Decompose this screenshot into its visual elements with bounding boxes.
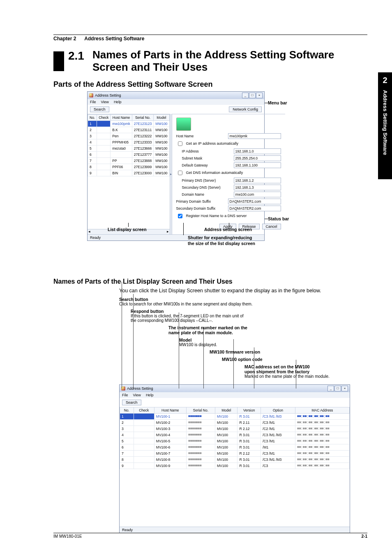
search-button-2[interactable]: Search [122, 400, 141, 405]
window-title: Address Setting [95, 93, 121, 97]
auto-dns-checkbox[interactable] [178, 171, 182, 175]
minimize-button[interactable]: _ [242, 92, 249, 98]
secondary-suffix-input[interactable] [228, 206, 281, 211]
table-row[interactable]: 8PPF0627E123999MW100 [88, 164, 170, 170]
legend-mac-3: Marked on the name plate of the main mod… [244, 374, 390, 379]
primary-suffix-input[interactable] [228, 199, 281, 204]
table-row[interactable]: 8MV100-8■■■■■■■MV100R 3.01/C3 /M1 /M3■■:… [120, 456, 350, 462]
network-config-button[interactable]: Network Config [229, 106, 262, 112]
table-row[interactable]: 1MV100-1■■■■■■■MV100R 3.01/C3 /M1 /M3■■:… [120, 413, 350, 419]
section-title: Names of Parts in the Address Setting So… [92, 49, 367, 74]
search-button[interactable]: Search [90, 106, 109, 112]
hostname-label: Host Name [176, 134, 226, 138]
register-host-label: Register Host Name to a DNS server [186, 214, 247, 218]
maximize-button[interactable]: □ [249, 92, 256, 98]
body-text-1: You can click the List Display Screen sh… [119, 288, 367, 294]
subsection-heading-1: Parts of the Address Setting Software Sc… [53, 80, 367, 89]
primary-dns-input[interactable] [234, 178, 281, 183]
domain-input[interactable] [234, 192, 281, 197]
annot-shutter-1: Shutter for expanding/reducing [188, 235, 252, 240]
mask-input[interactable] [234, 155, 281, 161]
col2-host[interactable]: Host Name [154, 407, 186, 413]
device-list-table-2[interactable]: No. Check Host Name Serial No. Model Ver… [120, 407, 350, 469]
menu-file-2[interactable]: File [122, 393, 128, 397]
primary-dns-label: Primary DNS (Server) [182, 178, 231, 183]
window-titlebar-2: Address Setting _ □ × [120, 385, 350, 392]
legend-firmware: MW100 firmware version [210, 349, 390, 354]
col-no[interactable]: No. [88, 114, 97, 120]
auto-ip-label: Get an IP address automatically [186, 141, 238, 146]
close-button[interactable]: × [256, 92, 263, 98]
table-row[interactable]: 2MV100-2■■■■■■■MV100R 2.11/C3 /M1■■:■■:■… [120, 419, 350, 426]
table-row[interactable]: 7MV100-7■■■■■■■MV100R 2.12/C3 /M1■■:■■:■… [120, 450, 350, 456]
annot-statusbar: Status bar [268, 216, 289, 221]
col2-serial[interactable]: Serial No. [186, 407, 215, 413]
table-row[interactable]: 4MV100-4■■■■■■■MV100R 3.01/C3 /M1 /M3■■:… [120, 432, 350, 438]
footer-page-number: 2-1 [362, 534, 367, 539]
menu-view-2[interactable]: View [133, 393, 141, 397]
annot-address-screen: Address setting screen [204, 227, 252, 232]
subsection-heading-2: Names of Parts of the List Display Scree… [53, 278, 367, 285]
status-bar-2: Ready [120, 527, 350, 533]
table-row[interactable]: 5MV100-5■■■■■■■MV100R 3.01/C3 /M1■■:■■:■… [120, 438, 350, 444]
footer-doc-id: IM MW180-01E [53, 534, 82, 539]
device-list-table[interactable]: No. Check Host Name Serial No. Model 1mw… [88, 114, 170, 176]
auto-dns-label: Get DNS Information automatically [186, 171, 243, 175]
col2-check[interactable]: Check [134, 407, 154, 413]
close-button-2[interactable]: × [341, 386, 348, 391]
table-row[interactable]: 2B.K27E123111MW100 [88, 127, 170, 133]
legend-instrno-2: name plate of the main module. [168, 330, 390, 335]
ip-input[interactable] [234, 148, 281, 154]
table-row[interactable]: 1mw100pmk27E123123MW100 [88, 120, 170, 127]
menu-bar-2: File View Help [120, 392, 350, 398]
maximize-button-2[interactable]: □ [334, 386, 341, 391]
table-row[interactable]: 627E123777MW100 [88, 151, 170, 157]
annot-shutter-2: the size of the list display screen [188, 241, 255, 246]
col2-no[interactable]: No. [120, 407, 134, 413]
table-row[interactable]: 3Pen27E123222MW100 [88, 133, 170, 139]
gateway-input[interactable] [234, 162, 281, 168]
side-tab: 2 Address Setting Software [378, 72, 392, 179]
col-host[interactable]: Host Name [111, 114, 132, 120]
table-row[interactable]: 3MV100-3■■■■■■■MV100R 2.12/C2 /M1■■:■■:■… [120, 426, 350, 432]
secondary-dns-input[interactable] [234, 185, 281, 190]
col-serial[interactable]: Serial No. [132, 114, 154, 120]
col-check[interactable]: Check [97, 114, 111, 120]
table-row[interactable]: 9BIN27E123000MW100 [88, 170, 170, 176]
side-tab-title: Address Setting Software [382, 90, 388, 155]
mask-label: Subnet Mask [182, 156, 231, 160]
table-row[interactable]: 6MV100-6■■■■■■■MV100R 3.01/M1■■:■■:■■:■■… [120, 444, 350, 450]
secondary-suffix-label: Secondary Domain Suffix [176, 206, 226, 210]
col2-mac[interactable]: MAC Address [295, 407, 349, 413]
legend-model-desc: MW100 is displayed. [179, 342, 390, 347]
table-row[interactable]: 5mezota027E123666MW100 [88, 145, 170, 151]
legend-option: MW100 option code [222, 357, 390, 362]
legend-mac-1: MAC address set on the MW100 [244, 364, 390, 369]
gateway-label: Default Gateway [182, 163, 231, 167]
minimize-button-2[interactable]: _ [327, 386, 334, 391]
cancel-button[interactable]: Cancel [262, 224, 281, 229]
app-icon [89, 93, 93, 97]
annot-menubar: Menu bar [268, 100, 287, 105]
menu-file[interactable]: File [90, 100, 96, 104]
secondary-dns-label: Secondary DNS (Server) [182, 185, 231, 190]
legend-model-title: Model [179, 338, 390, 342]
legend-respond-title: Respond button [131, 309, 390, 314]
hostname-input[interactable] [228, 133, 281, 139]
menu-help[interactable]: Help [114, 100, 122, 104]
col2-option[interactable]: Option [261, 407, 295, 413]
col2-version[interactable]: Version [238, 407, 261, 413]
menu-view[interactable]: View [101, 100, 109, 104]
table-row[interactable]: 4PPPMH0527E123333MW100 [88, 139, 170, 145]
col2-model[interactable]: Model [215, 407, 238, 413]
menu-help-2[interactable]: Help [146, 393, 154, 397]
domain-label: Domain Name [182, 192, 231, 197]
table-row[interactable]: 9MV100-9■■■■■■■MV100R 3.01/C3■■:■■:■■:■■… [120, 462, 350, 469]
legend-search-title: Search button [119, 297, 390, 302]
col-model[interactable]: Model [154, 114, 169, 120]
legend-instrno-1: The instrument number marked on the [168, 325, 390, 330]
register-host-checkbox[interactable] [178, 214, 182, 218]
auto-ip-checkbox[interactable] [178, 141, 182, 146]
table-row[interactable]: 7PP27E123888MW100 [88, 157, 170, 164]
address-setting-window-2: Address Setting _ □ × File View Help Sea… [119, 384, 350, 533]
